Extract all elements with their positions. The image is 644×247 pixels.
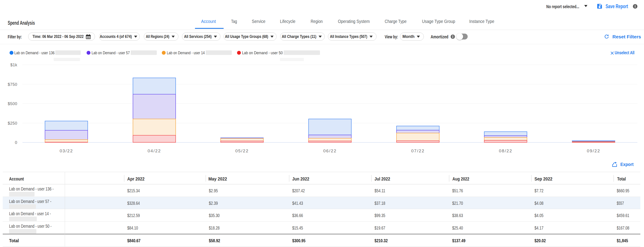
svg-text:0: 0 [15,140,17,145]
svg-text:06/22: 06/22 [323,148,336,153]
svg-text:07/22: 07/22 [411,148,424,153]
svg-text:08/22: 08/22 [499,148,512,153]
svg-text:05/22: 05/22 [235,148,248,153]
svg-text:$750: $750 [8,82,17,87]
svg-text:03/22: 03/22 [60,148,73,153]
svg-text:$500: $500 [8,101,17,106]
svg-text:$250: $250 [8,121,17,126]
svg-text:$1k: $1k [10,63,17,67]
svg-text:04/22: 04/22 [148,148,161,153]
svg-text:09/22: 09/22 [587,148,600,153]
